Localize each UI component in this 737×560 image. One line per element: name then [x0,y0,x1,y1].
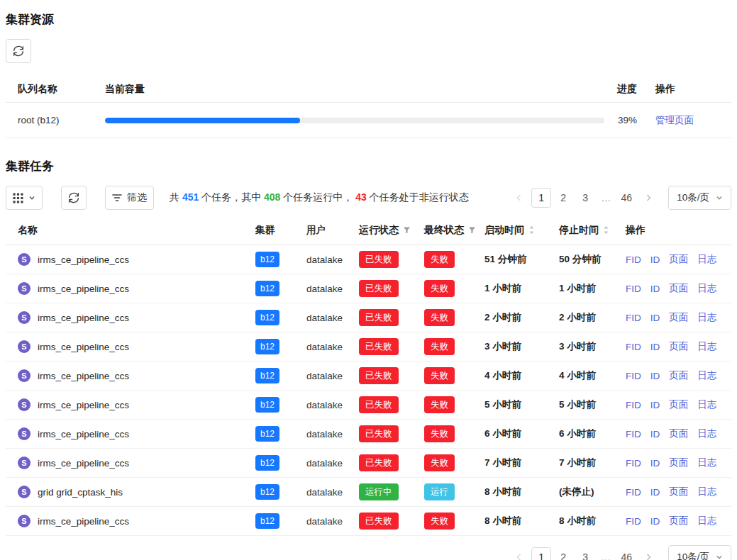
pager-page-2[interactable]: 2 [553,188,573,208]
summary-text: 个任务，其中 [199,191,264,203]
task-action-link[interactable]: 页面 [669,515,688,527]
pager-ellipsis[interactable]: … [597,192,614,203]
cluster-resources-section: 集群资源 队列名称 当前容量 进度 操作 root (b12) 39% [6,11,731,138]
pager-page-46[interactable]: 46 [616,547,636,560]
filter-button[interactable]: 筛选 [105,186,154,210]
task-action-links: FIDID页面日志 [626,282,731,295]
pager-page-1[interactable]: 1 [531,547,551,560]
task-action-link[interactable]: 日志 [697,398,716,411]
final-status-badge: 运行 [424,483,455,501]
task-action-link[interactable]: 日志 [697,427,716,440]
task-action-link[interactable]: 日志 [697,340,716,353]
task-action-link[interactable]: 日志 [697,515,716,527]
spark-avatar-icon: S [18,311,31,324]
task-action-link[interactable]: 日志 [697,457,716,469]
start-time: 8 小时前 [484,515,559,527]
task-action-link[interactable]: 日志 [697,253,716,266]
task-action-link[interactable]: ID [650,487,660,498]
run-status-filter-icon[interactable] [403,226,411,234]
stop-time: 7 小时前 [559,457,626,469]
task-action-link[interactable]: FID [626,458,641,469]
task-action-link[interactable]: 页面 [669,282,688,295]
table-row: S irms_ce_pipeline_ccs b12 datalake 已失败 … [6,303,731,332]
pager-page-3[interactable]: 3 [575,547,595,560]
tasks-table-header: 名称 集群 用户 运行状态 最终状态 启动时间 [6,215,731,245]
table-row: S irms_ce_pipeline_ccs b12 datalake 已失败 … [6,274,731,303]
pager-next-button[interactable] [638,547,658,560]
resources-refresh-button[interactable] [6,39,31,63]
task-action-link[interactable]: ID [650,254,660,265]
task-action-link[interactable]: ID [650,313,660,323]
task-action-link[interactable]: ID [650,429,660,439]
task-action-link[interactable]: FID [626,487,641,498]
task-action-link[interactable]: 页面 [669,340,688,353]
task-action-link[interactable]: 页面 [669,398,688,411]
pager-page-46[interactable]: 46 [616,188,636,208]
task-action-link[interactable]: FID [626,429,641,439]
task-action-link[interactable]: FID [626,371,641,381]
task-action-link[interactable]: 页面 [669,253,688,266]
pager-page-1[interactable]: 1 [531,188,551,208]
task-action-link[interactable]: FID [626,313,641,323]
table-row: root (b12) 39% 管理页面 [6,103,731,138]
task-action-link[interactable]: ID [650,458,660,469]
task-action-link[interactable]: ID [650,516,660,527]
task-action-link[interactable]: FID [626,284,641,294]
task-user: datalake [306,313,359,323]
task-action-link[interactable]: 页面 [669,311,688,324]
start-time: 6 小时前 [484,427,559,440]
task-action-link[interactable]: FID [626,400,641,410]
task-action-link[interactable]: 页面 [669,457,688,469]
start-time-sort-icon[interactable] [528,225,535,235]
col-final-status: 最终状态 [424,224,464,237]
task-name: irms_ce_pipeline_ccs [38,284,129,294]
task-action-link[interactable]: ID [650,284,660,294]
page-size-select[interactable]: 10条/页 [668,186,731,210]
task-action-link[interactable]: FID [626,254,641,265]
task-action-link[interactable]: 页面 [669,486,688,498]
col-cluster: 集群 [255,224,275,237]
task-action-link[interactable]: 日志 [697,311,716,324]
page-size-select[interactable]: 10条/页 [668,545,731,560]
run-status-badge: 已失败 [359,367,399,385]
pager-page-2[interactable]: 2 [553,547,573,560]
pager-ellipsis[interactable]: … [597,551,614,560]
pager-page-3[interactable]: 3 [575,188,595,208]
task-action-link[interactable]: 页面 [669,427,688,440]
run-status-badge: 已失败 [359,454,399,472]
task-action-link[interactable]: 日志 [697,282,716,295]
spark-avatar-icon: S [18,340,31,353]
task-name: irms_ce_pipeline_ccs [38,400,129,410]
task-action-link[interactable]: ID [650,371,660,381]
pager-next-button[interactable] [638,188,658,208]
task-action-link[interactable]: ID [650,400,660,410]
task-action-link[interactable]: FID [626,342,641,352]
stop-time-sort-icon[interactable] [603,225,609,235]
manage-page-link[interactable]: 管理页面 [655,115,694,125]
queue-capacity-progressbar [105,118,604,123]
final-status-filter-icon[interactable] [468,226,476,234]
pager-prev-button[interactable] [509,188,529,208]
task-action-link[interactable]: 日志 [697,369,716,382]
col-start-time: 启动时间 [484,224,524,237]
col-actions: 操作 [655,83,719,96]
pager-prev-button[interactable] [509,547,529,560]
task-action-link[interactable]: 日志 [697,486,716,498]
task-action-link[interactable]: FID [626,516,641,527]
spark-avatar-icon: S [18,282,31,295]
task-action-links: FIDID页面日志 [626,486,731,498]
task-action-link[interactable]: ID [650,342,660,352]
cluster-badge: b12 [255,397,279,413]
tasks-title: 集群任务 [6,158,731,174]
queue-name: root (b12) [18,115,105,125]
task-action-link[interactable]: 页面 [669,369,688,382]
stop-time: 6 小时前 [559,427,626,440]
run-status-badge: 已失败 [359,280,399,298]
resources-table: 队列名称 当前容量 进度 操作 root (b12) 39% 管理页面 [6,76,731,138]
pagination-top: 123…46 [509,188,658,208]
task-user: datalake [306,429,359,439]
column-settings-button[interactable] [6,186,43,210]
stop-time: 50 分钟前 [559,253,626,266]
task-name: irms_ce_pipeline_ccs [38,458,129,469]
tasks-refresh-button[interactable] [61,186,87,210]
